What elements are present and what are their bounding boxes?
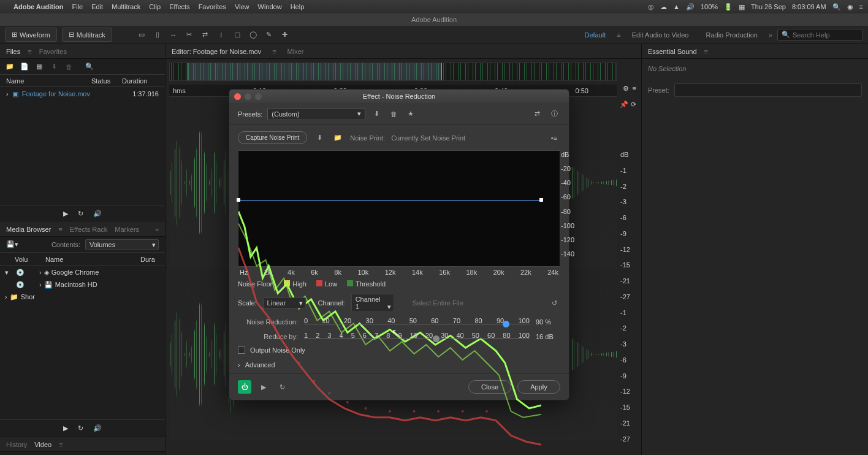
- preset-dropdown[interactable]: [674, 83, 862, 97]
- essential-sound-tab[interactable]: Essential Sound: [648, 48, 697, 55]
- save-preset-icon[interactable]: ⬇: [370, 108, 383, 120]
- wifi-icon[interactable]: ▲: [673, 3, 680, 10]
- autoplay-icon[interactable]: 🔊: [93, 424, 102, 432]
- menu-window[interactable]: Window: [258, 3, 282, 10]
- slip-tool-icon[interactable]: ⇄: [199, 29, 211, 41]
- tree-row[interactable]: ›📁 Shor: [0, 291, 165, 303]
- menu-icon[interactable]: •≡: [548, 132, 560, 144]
- move-tool-icon[interactable]: ↔: [167, 29, 180, 41]
- waveform-mode-button[interactable]: ⊞Waveform: [5, 28, 57, 42]
- col-dur[interactable]: Dura: [140, 256, 165, 263]
- play-icon[interactable]: ▶: [63, 424, 68, 432]
- noise-spectrum-graph[interactable]: dB -20-40 -60-80 -100-120 -140 Hz 2k4k 6…: [238, 150, 560, 267]
- status-icon[interactable]: ◎: [648, 3, 654, 11]
- noise-reduction-slider[interactable]: 010 2030 4050 6070 8090 100: [304, 317, 530, 327]
- contents-dropdown[interactable]: Volumes ▾: [85, 239, 159, 250]
- tool-icon[interactable]: ≡: [633, 85, 636, 93]
- waveform-overview[interactable]: [169, 63, 617, 81]
- workspace-default[interactable]: Default: [578, 31, 612, 39]
- menu-view[interactable]: View: [235, 3, 249, 10]
- overflow-icon[interactable]: »: [155, 226, 159, 233]
- tool-icon[interactable]: ⚙: [623, 85, 629, 93]
- notifications-icon[interactable]: ≡: [859, 3, 863, 10]
- mixer-tab[interactable]: Mixer: [287, 48, 304, 55]
- heal-tool-icon[interactable]: ✚: [279, 29, 291, 41]
- capture-noise-print-button[interactable]: Capture Noise Print: [238, 131, 307, 144]
- trash-icon[interactable]: 🗑: [64, 62, 74, 72]
- filter-icon[interactable]: 🔍: [85, 62, 94, 72]
- menu-clip[interactable]: Clip: [149, 3, 161, 10]
- tool-icon[interactable]: ▯: [151, 29, 164, 41]
- autoplay-icon[interactable]: 🔊: [93, 210, 102, 218]
- workspace-edit-audio[interactable]: Edit Audio to Video: [626, 31, 695, 39]
- tool-icon[interactable]: ⟳: [631, 101, 636, 109]
- tool-icon[interactable]: ▭: [135, 29, 148, 41]
- razor-tool-icon[interactable]: ✂: [183, 29, 196, 41]
- loop-icon[interactable]: ↻: [78, 424, 83, 432]
- lasso-tool-icon[interactable]: ◯: [247, 29, 259, 41]
- preset-dropdown[interactable]: (Custom)▾: [267, 108, 365, 120]
- effects-rack-tab[interactable]: Effects Rack: [70, 226, 108, 233]
- volume-icon[interactable]: 🔊: [686, 3, 695, 11]
- history-tab[interactable]: History: [6, 441, 27, 448]
- import-icon[interactable]: ⬇: [49, 62, 59, 72]
- panel-menu-icon[interactable]: ≡: [704, 48, 708, 55]
- menu-file[interactable]: File: [72, 3, 83, 10]
- tree-row[interactable]: 💿 ›💾 Macintosh HD: [0, 278, 165, 291]
- search-help-input[interactable]: 🔍 Search Help: [777, 29, 863, 41]
- tree-row[interactable]: ▾💿 ›◈ Google Chrome: [0, 266, 165, 278]
- favorite-icon[interactable]: ★: [405, 108, 417, 120]
- time-select-tool-icon[interactable]: I: [215, 29, 227, 41]
- multitrack-mode-button[interactable]: ⊟Multitrack: [62, 28, 112, 42]
- select-entire-file-button[interactable]: Select Entire File: [413, 299, 463, 307]
- delete-preset-icon[interactable]: 🗑: [387, 108, 400, 120]
- media-browser-tab[interactable]: Media Browser: [6, 226, 51, 233]
- spotlight-icon[interactable]: 🔍: [832, 3, 841, 11]
- pin-icon[interactable]: 📌: [620, 101, 628, 109]
- col-name2[interactable]: Name: [40, 256, 140, 263]
- new-file-icon[interactable]: 📄: [20, 62, 29, 72]
- file-row[interactable]: › ▣ Footage for Noise.mov 1:37.916: [0, 87, 165, 101]
- brush-tool-icon[interactable]: ✎: [263, 29, 275, 41]
- files-tab[interactable]: Files: [6, 48, 20, 55]
- col-name[interactable]: Name: [6, 77, 91, 85]
- menu-help[interactable]: Help: [291, 3, 305, 10]
- control-icon[interactable]: ▦: [739, 3, 745, 11]
- play-icon[interactable]: ▶: [63, 210, 68, 218]
- save-icon[interactable]: ⬇: [313, 132, 326, 144]
- reset-icon[interactable]: ↺: [548, 297, 560, 309]
- app-name[interactable]: Adobe Audition: [13, 3, 63, 10]
- info-icon[interactable]: ⓘ: [548, 108, 560, 120]
- favorites-tab[interactable]: Favorites: [39, 48, 67, 55]
- open-folder-icon[interactable]: 📁: [5, 62, 15, 72]
- expand-icon[interactable]: ›: [6, 90, 9, 98]
- menu-edit[interactable]: Edit: [91, 3, 103, 10]
- loop-icon[interactable]: ↻: [78, 210, 83, 218]
- workspace-menu-icon[interactable]: ≡: [617, 31, 620, 39]
- col-status[interactable]: Status: [91, 77, 122, 85]
- workspace-radio[interactable]: Radio Production: [699, 31, 763, 39]
- workspace-overflow-icon[interactable]: »: [769, 31, 772, 39]
- menu-favorites[interactable]: Favorites: [199, 3, 226, 10]
- panel-menu-icon[interactable]: ≡: [58, 226, 62, 233]
- menu-multitrack[interactable]: Multitrack: [112, 3, 140, 10]
- marquee-tool-icon[interactable]: ▢: [231, 29, 243, 41]
- drive-icon[interactable]: 💾▾: [6, 240, 18, 248]
- channel-dropdown[interactable]: Channel 1▾: [351, 294, 394, 312]
- siri-icon[interactable]: ◉: [847, 3, 853, 11]
- reduce-by-slider[interactable]: 12 34 56 78 910 2030 4050 6080 100: [304, 332, 530, 342]
- panel-menu-icon[interactable]: ≡: [272, 48, 276, 55]
- new-multitrack-icon[interactable]: ▦: [34, 62, 44, 72]
- threshold-line[interactable]: [238, 200, 541, 201]
- route-icon[interactable]: ⇄: [531, 108, 543, 120]
- panel-menu-icon[interactable]: ≡: [59, 441, 63, 448]
- col-volume[interactable]: Volu: [0, 256, 40, 263]
- load-icon[interactable]: 📁: [332, 132, 344, 144]
- menu-effects[interactable]: Effects: [169, 3, 189, 10]
- files-menu-icon[interactable]: ≡: [28, 48, 31, 55]
- markers-tab[interactable]: Markers: [115, 226, 139, 233]
- video-tab[interactable]: Video: [34, 441, 51, 448]
- editor-tab[interactable]: Editor: Footage for Noise.mov: [172, 48, 261, 55]
- scale-dropdown[interactable]: Linear▾: [263, 297, 306, 308]
- cloud-icon[interactable]: ☁: [660, 3, 667, 11]
